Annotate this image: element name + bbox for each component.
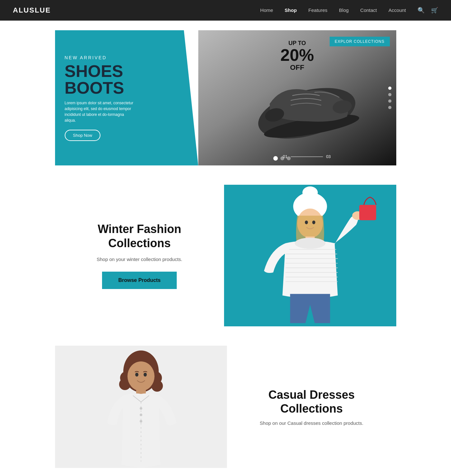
hero-title-boots: BOOTS (65, 79, 189, 96)
casual-text: Casual Dresses Collections Shop on our C… (227, 346, 396, 468)
nav-item-account[interactable]: Account (389, 7, 406, 13)
hero-dots (388, 87, 391, 109)
navbar-actions: 🔍 🛒 (418, 7, 438, 14)
winter-woman-svg (224, 185, 396, 326)
explore-collections-button[interactable]: EXPLOR COLLECTIONS (330, 37, 390, 46)
navbar: ALUSLUE Home Shop Features Blog Contact … (0, 0, 451, 21)
svg-point-5 (302, 186, 318, 199)
hero-title-shoes: SHOES (65, 63, 189, 79)
svg-point-10 (295, 238, 325, 249)
svg-point-11 (305, 220, 308, 224)
svg-point-24 (140, 420, 142, 423)
winter-image (224, 185, 396, 326)
dot-3[interactable] (388, 99, 391, 103)
dot-1[interactable] (388, 87, 391, 90)
nav-item-features[interactable]: Features (308, 7, 327, 13)
shop-now-button[interactable]: Shop Now (65, 130, 101, 141)
winter-text: Winter Fashion Collections Shop on your … (55, 209, 224, 302)
casual-dresses-section: Casual Dresses Collections Shop on our C… (55, 346, 396, 468)
nav-links: Home Shop Features Blog Contact Account (260, 7, 406, 13)
hero-right-inner: EXPLOR COLLECTIONS UP TO 20% OFF (198, 30, 396, 165)
slide-total: 03 (326, 154, 331, 159)
shoe-illustration (250, 71, 363, 142)
nav-item-home[interactable]: Home (260, 7, 273, 13)
casual-woman-svg (69, 346, 213, 468)
winter-description: Shop on your winter collection products. (68, 257, 211, 262)
svg-point-25 (135, 373, 138, 377)
browse-products-button[interactable]: Browse Products (102, 272, 177, 289)
indicator-line (291, 156, 323, 157)
brand-logo: ALUSLUE (13, 6, 51, 14)
search-icon[interactable]: 🔍 (418, 7, 425, 14)
cart-icon[interactable]: 🛒 (431, 7, 438, 14)
casual-title: Casual Dresses Collections (240, 388, 383, 415)
svg-point-22 (140, 407, 142, 410)
svg-point-26 (144, 373, 147, 377)
nav-item-contact[interactable]: Contact (360, 7, 377, 13)
slide-circle-3[interactable] (287, 156, 291, 160)
svg-rect-9 (359, 205, 376, 220)
hero-title: SHOES BOOTS (65, 63, 189, 96)
nav-item-shop[interactable]: Shop (285, 7, 297, 13)
slide-circles (273, 156, 291, 161)
hero-banner: NEW ARRIVED SHOES BOOTS Lorem ipsum dolo… (55, 30, 396, 165)
casual-image (55, 346, 227, 468)
hero-left-panel: NEW ARRIVED SHOES BOOTS Lorem ipsum dolo… (55, 30, 198, 165)
winter-title: Winter Fashion Collections (68, 222, 211, 250)
winter-fashion-section: Winter Fashion Collections Shop on your … (55, 185, 396, 326)
winter-woman-figure (224, 185, 396, 326)
casual-description: Shop on our Casual dresses collection pr… (240, 420, 383, 426)
discount-value: 20% (280, 47, 314, 63)
dot-2[interactable] (388, 93, 391, 96)
svg-point-12 (312, 220, 315, 224)
hero-right-panel: EXPLOR COLLECTIONS UP TO 20% OFF (198, 30, 396, 165)
nav-item-blog[interactable]: Blog (339, 7, 349, 13)
slide-circle-1[interactable] (273, 156, 278, 161)
hero-discount: UP TO 20% OFF (280, 40, 314, 72)
discount-post: OFF (280, 63, 314, 72)
slide-circle-2[interactable] (280, 156, 284, 160)
svg-point-23 (140, 414, 142, 416)
svg-point-19 (127, 361, 155, 391)
hero-body-text: Lorem ipsum dolor sit amet, consectetur … (65, 100, 136, 123)
dot-4[interactable] (388, 106, 391, 109)
hero-tag: NEW ARRIVED (65, 55, 189, 60)
